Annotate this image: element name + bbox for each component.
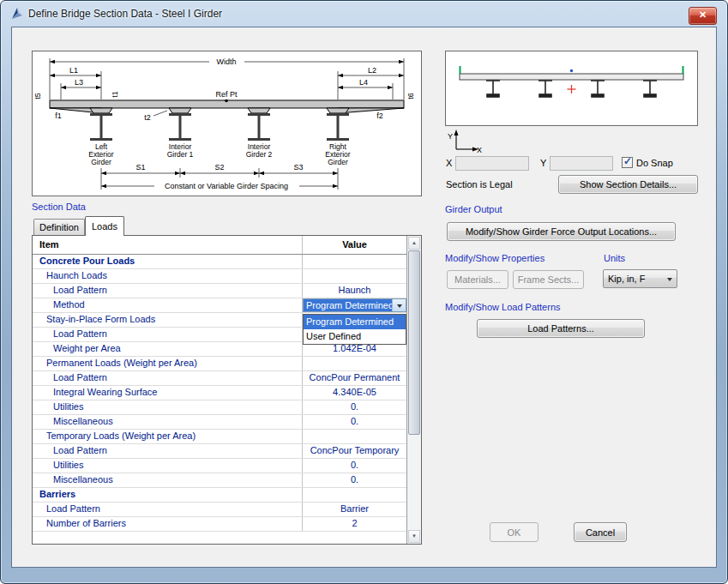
chevron-down-icon xyxy=(392,299,406,311)
row-item-label: Weight per Area xyxy=(33,342,303,356)
row-item-label: Miscellaneous xyxy=(33,415,303,429)
titlebar: Define Bridge Section Data - Steel I Gir… xyxy=(1,1,727,27)
svg-text:Girder 2: Girder 2 xyxy=(246,150,273,159)
materials-button[interactable]: Materials... xyxy=(447,270,508,289)
dropdown-option[interactable]: User Defined xyxy=(304,329,406,344)
diagram-s1-label: S1 xyxy=(135,163,145,172)
svg-text:Girder: Girder xyxy=(328,158,348,166)
row-item-label: Barriers xyxy=(33,488,303,502)
table-row[interactable]: Miscellaneous0. xyxy=(33,473,406,488)
row-value: ConcPour Temporary xyxy=(303,444,406,458)
diagram-s3-label: S3 xyxy=(293,163,303,172)
diagram-s2-label: S2 xyxy=(214,163,224,172)
modify-girder-output-button[interactable]: Modify/Show Girder Force Output Location… xyxy=(447,222,676,241)
column-header-value: Value xyxy=(303,236,406,254)
diagram-l3-label: L3 xyxy=(75,78,83,87)
table-row[interactable]: Load PatternHaunch xyxy=(33,284,406,298)
row-value xyxy=(303,488,406,502)
modify-show-load-patterns-label: Modify/Show Load Patterns xyxy=(445,302,561,312)
y-coordinate-field[interactable] xyxy=(550,156,613,171)
units-select[interactable]: Kip, in, F xyxy=(603,269,677,288)
row-value: Haunch xyxy=(303,284,406,298)
row-value xyxy=(303,255,406,268)
show-section-details-button[interactable]: Show Section Details... xyxy=(558,175,698,194)
tab-loads[interactable]: Loads xyxy=(85,216,124,236)
tab-definition[interactable]: Definition xyxy=(33,219,85,235)
table-scrollbar[interactable]: ▲ ▼ xyxy=(406,236,421,544)
table-row[interactable]: Utilities0. xyxy=(33,459,406,473)
row-value: 0. xyxy=(303,415,406,429)
dimension-lines xyxy=(50,58,404,190)
row-value xyxy=(303,430,406,443)
y-label: Y xyxy=(540,158,546,168)
units-label: Units xyxy=(604,253,625,263)
scroll-down-icon[interactable]: ▼ xyxy=(408,530,420,543)
diagram-width-label: Width xyxy=(216,57,236,66)
axis-x-label: X xyxy=(477,146,482,154)
diagram-l1-label: L1 xyxy=(69,66,78,75)
table-row[interactable]: MethodProgram Determined xyxy=(33,298,406,313)
modify-show-properties-label: Modify/Show Properties xyxy=(445,253,544,263)
chevron-down-icon xyxy=(663,274,677,284)
do-snap-label: Do Snap xyxy=(636,158,673,168)
table-row[interactable]: Load PatternConcPour Permanent xyxy=(33,371,406,386)
row-item-label: Method xyxy=(33,298,303,312)
table-row[interactable]: Temporary Loads (Weight per Area) xyxy=(33,430,406,444)
app-icon xyxy=(10,7,24,21)
table-row[interactable]: Concrete Pour Loads xyxy=(33,255,406,269)
close-icon: ✕ xyxy=(699,9,707,20)
axis-indicator: Y X xyxy=(446,128,485,154)
row-item-label: Load Pattern xyxy=(33,371,303,385)
cancel-button[interactable]: Cancel xyxy=(574,522,627,542)
row-item-label: Permanent Loads (Weight per Area) xyxy=(33,357,303,370)
diagram-t5-label: t5 xyxy=(33,93,42,99)
row-value: 4.340E-05 xyxy=(303,386,406,400)
row-value xyxy=(303,269,406,283)
ok-button[interactable]: OK xyxy=(490,522,538,542)
bridge-diagram-panel: Width L1 L2 L3 L4 t5 t1 t6 Ref Pt f1 f2 … xyxy=(32,51,422,196)
row-value: 2 xyxy=(303,517,406,531)
window-title: Define Bridge Section Data - Steel I Gir… xyxy=(28,8,222,20)
table-row[interactable]: Haunch Loads xyxy=(33,269,406,284)
table-row[interactable]: Barriers xyxy=(33,488,406,503)
do-snap-checkbox[interactable]: ✓ xyxy=(622,157,633,168)
table-row[interactable]: Miscellaneous0. xyxy=(33,415,406,430)
table-row[interactable]: Permanent Loads (Weight per Area) xyxy=(33,357,406,371)
row-item-label: Load Pattern xyxy=(33,284,303,298)
section-preview xyxy=(446,51,697,125)
row-item-label: Concrete Pour Loads xyxy=(33,255,303,268)
table-body: Concrete Pour LoadsHaunch LoadsLoad Patt… xyxy=(33,255,406,532)
dropdown-option[interactable]: Program Determined xyxy=(304,315,406,329)
scroll-up-icon[interactable]: ▲ xyxy=(408,237,420,250)
row-item-label: Load Pattern xyxy=(33,328,303,341)
section-data-label: Section Data xyxy=(32,202,86,212)
close-button[interactable]: ✕ xyxy=(689,7,717,25)
row-value: Program Determined xyxy=(303,298,406,312)
girder-output-label: Girder Output xyxy=(445,204,502,214)
row-item-label: Integral Wearing Surface xyxy=(33,386,303,400)
table-row[interactable]: Integral Wearing Surface4.340E-05 xyxy=(33,386,406,400)
frame-sects-button[interactable]: Frame Sects... xyxy=(513,270,584,289)
load-patterns-button[interactable]: Load Patterns... xyxy=(477,319,645,338)
scrollbar-thumb[interactable] xyxy=(408,250,420,435)
table-row[interactable]: Load PatternConcPour Temporary xyxy=(33,444,406,459)
preview-deck xyxy=(460,74,683,80)
units-value: Kip, in, F xyxy=(604,274,663,284)
table-row[interactable]: Utilities0. xyxy=(33,400,406,415)
section-preview-panel xyxy=(445,51,698,126)
table-row[interactable]: Number of Barriers2 xyxy=(33,517,406,532)
diagram-l4-label: L4 xyxy=(359,78,368,87)
row-item-label: Miscellaneous xyxy=(33,473,303,487)
checkmark-icon: ✓ xyxy=(623,155,632,167)
row-item-label: Haunch Loads xyxy=(33,269,303,283)
x-coordinate-field[interactable] xyxy=(455,156,529,171)
table-row[interactable]: Load PatternBarrier xyxy=(33,503,406,517)
deck-slab xyxy=(50,100,404,113)
method-dropdown-value: Program Determined xyxy=(304,299,392,311)
section-data-table: Item Value Concrete Pour LoadsHaunch Loa… xyxy=(32,235,422,545)
diagram-spacing-note: Constant or Variable Girder Spacing xyxy=(165,182,288,190)
diagram-f2-label: f2 xyxy=(376,111,383,120)
row-item-label: Number of Barriers xyxy=(33,517,303,531)
method-dropdown[interactable]: Program Determined xyxy=(303,298,406,312)
tab-definition-label: Definition xyxy=(39,222,79,232)
